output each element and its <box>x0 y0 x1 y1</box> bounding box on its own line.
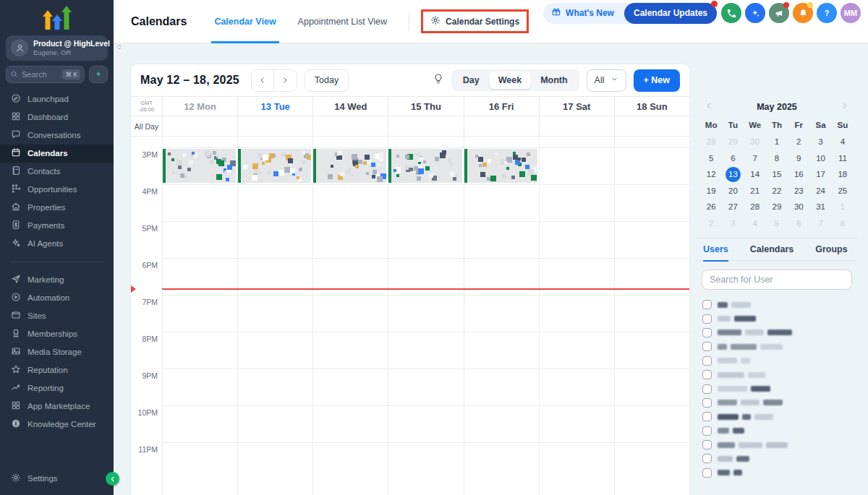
mini-cal-day[interactable]: 27 <box>722 199 744 215</box>
user-checkbox[interactable] <box>702 412 712 421</box>
sidebar-item-calendars[interactable]: Calendars <box>0 145 114 163</box>
mini-cal-day[interactable]: 5 <box>766 215 788 232</box>
today-button[interactable]: Today <box>305 69 349 92</box>
user-checkbox[interactable] <box>702 314 712 324</box>
sidebar-collapse-button[interactable] <box>106 472 119 486</box>
mini-cal-day[interactable]: 1 <box>766 134 788 150</box>
mini-cal-day[interactable]: 8 <box>766 150 788 167</box>
mini-cal-day[interactable]: 24 <box>809 183 831 199</box>
view-week-button[interactable]: Week <box>489 72 531 89</box>
ai-sparkle-button[interactable] <box>89 66 108 83</box>
tab-calendar-view[interactable]: Calendar View <box>214 0 276 43</box>
mini-cal-day[interactable]: 3 <box>722 215 744 232</box>
user-list-item-redacted[interactable] <box>702 466 858 480</box>
mini-cal-day[interactable]: 26 <box>700 199 722 215</box>
new-appointment-button[interactable]: + New <box>634 69 680 92</box>
appointment-event-redacted[interactable] <box>238 149 311 183</box>
user-checkbox[interactable] <box>702 454 712 463</box>
mini-cal-day[interactable]: 3 <box>809 134 831 150</box>
mini-cal-day[interactable]: 21 <box>744 183 766 199</box>
mini-cal-day[interactable]: 6 <box>722 150 744 167</box>
sidebar-item-opportunities[interactable]: Opportunities <box>0 181 114 199</box>
sidebar-item-properties[interactable]: Properties <box>0 199 114 217</box>
calendar-updates-badge[interactable]: Calendar Updates <box>624 3 717 24</box>
user-search-input[interactable] <box>710 275 844 285</box>
user-list-item-redacted[interactable] <box>702 410 858 423</box>
panel-tab-groups[interactable]: Groups <box>815 238 847 261</box>
mini-cal-day[interactable]: 10 <box>809 150 831 167</box>
panel-tab-users[interactable]: Users <box>703 238 728 261</box>
help-button[interactable]: ? <box>817 3 837 23</box>
mini-cal-day[interactable]: 25 <box>832 183 854 199</box>
bell-button[interactable] <box>793 3 813 23</box>
view-day-button[interactable]: Day <box>454 72 489 89</box>
user-list-item-redacted[interactable] <box>702 452 858 465</box>
calendar-filter-select[interactable]: All <box>587 69 626 92</box>
mini-cal-day[interactable]: 31 <box>809 199 831 215</box>
sidebar-item-contacts[interactable]: Contacts <box>0 163 114 181</box>
appointment-event-redacted[interactable] <box>464 149 537 183</box>
mini-cal-day[interactable]: 17 <box>809 166 831 183</box>
ai-sparkle-button[interactable] <box>745 3 765 23</box>
user-checkbox[interactable] <box>702 342 712 351</box>
mini-cal-day[interactable]: 28 <box>700 134 722 150</box>
user-list-item-redacted[interactable] <box>702 382 858 395</box>
calendar-settings-button[interactable]: Calendar Settings <box>421 9 529 33</box>
user-list-item-redacted[interactable] <box>702 340 858 353</box>
sidebar-item-media-storage[interactable]: Media Storage <box>0 343 114 361</box>
user-list-item-redacted[interactable] <box>702 311 858 325</box>
user-search-box[interactable] <box>702 270 852 290</box>
user-checkbox[interactable] <box>702 468 712 478</box>
mini-cal-day[interactable]: 14 <box>744 166 766 183</box>
sidebar-item-dashboard[interactable]: Dashboard <box>0 108 114 126</box>
appointment-event-redacted[interactable] <box>313 149 386 183</box>
sidebar-item-app-marketplace[interactable]: App Marketplace <box>0 397 114 416</box>
user-checkbox[interactable] <box>702 370 712 379</box>
user-list-item-redacted[interactable] <box>702 354 858 368</box>
mini-cal-day[interactable]: 16 <box>788 166 809 183</box>
sidebar-item-marketing[interactable]: Marketing <box>0 271 114 289</box>
user-checkbox[interactable] <box>702 328 712 337</box>
mini-cal-day[interactable]: 19 <box>700 183 722 199</box>
mini-cal-day[interactable]: 7 <box>809 215 831 232</box>
account-switcher[interactable]: Product @ HighLevel Eugene, OR <box>6 35 108 61</box>
user-checkbox[interactable] <box>702 356 712 366</box>
mini-cal-day[interactable]: 12 <box>700 166 722 183</box>
mini-cal-day[interactable]: 30 <box>744 134 766 150</box>
sidebar-item-ai-agents[interactable]: AI Agents <box>0 235 114 253</box>
user-list-item-redacted[interactable] <box>702 368 858 382</box>
mini-cal-day[interactable]: 28 <box>744 199 766 215</box>
mini-cal-day[interactable]: 9 <box>788 150 809 167</box>
megaphone-button[interactable] <box>769 3 789 23</box>
mini-cal-prev-icon[interactable] <box>705 100 714 113</box>
user-checkbox[interactable] <box>702 300 712 309</box>
mini-cal-day[interactable]: 4 <box>832 134 854 150</box>
mini-cal-day[interactable]: 2 <box>700 215 722 232</box>
mini-cal-day[interactable]: 20 <box>722 183 744 199</box>
sidebar-item-payments[interactable]: Payments <box>0 217 114 235</box>
mini-cal-day[interactable]: 7 <box>744 150 766 167</box>
mini-cal-day-selected[interactable]: 13 <box>722 166 744 183</box>
mini-cal-day[interactable]: 6 <box>788 215 809 232</box>
phone-button[interactable] <box>721 3 741 23</box>
next-week-button[interactable] <box>274 70 297 91</box>
mini-cal-day[interactable]: 15 <box>766 166 788 183</box>
user-checkbox[interactable] <box>702 384 712 394</box>
panel-tab-calendars[interactable]: Calendars <box>750 238 793 261</box>
sidebar-item-knowledge-center[interactable]: Knowledge Center <box>0 416 114 434</box>
user-checkbox[interactable] <box>702 398 712 408</box>
user-list-item-redacted[interactable] <box>702 298 858 311</box>
sidebar-item-reporting[interactable]: Reporting <box>0 379 114 397</box>
user-list-item-redacted[interactable] <box>702 424 858 438</box>
sidebar-item-sites[interactable]: Sites <box>0 307 114 325</box>
mini-cal-day[interactable]: 30 <box>788 199 809 215</box>
mini-cal-day[interactable]: 18 <box>832 166 854 183</box>
sidebar-search-input[interactable]: Search ⌘ K <box>6 66 85 83</box>
tab-appointment-list-view[interactable]: Appointment List View <box>298 0 387 43</box>
mini-cal-day[interactable]: 23 <box>788 183 809 199</box>
sidebar-item-settings[interactable]: Settings <box>0 469 114 487</box>
view-month-button[interactable]: Month <box>531 72 576 89</box>
sidebar-item-launchpad[interactable]: Launchpad <box>0 90 114 108</box>
appointment-event-redacted[interactable] <box>163 149 236 183</box>
mini-cal-day[interactable]: 29 <box>722 134 744 150</box>
